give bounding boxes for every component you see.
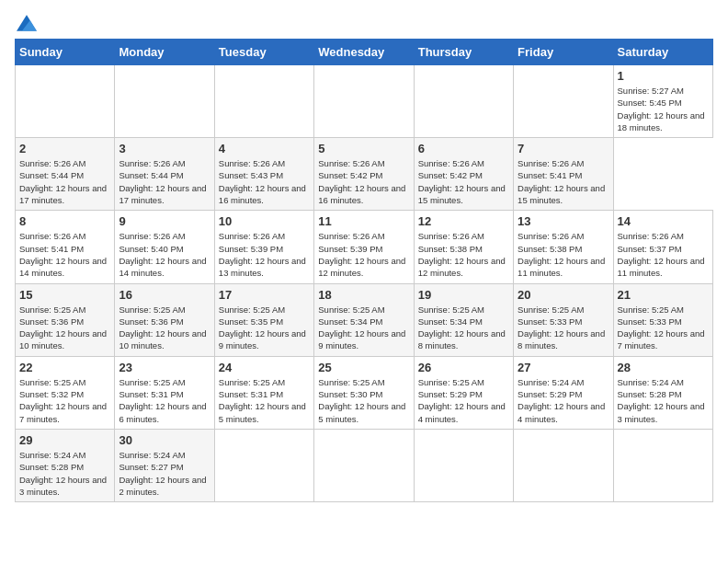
calendar-week-1: 1Sunrise: 5:27 AMSunset: 5:45 PMDaylight… <box>16 65 713 138</box>
day-7: 7Sunrise: 5:26 AMSunset: 5:41 PMDaylight… <box>514 138 613 211</box>
day-17: 17Sunrise: 5:25 AMSunset: 5:35 PMDayligh… <box>214 283 313 356</box>
day-info: Sunrise: 5:25 AMSunset: 5:34 PMDaylight:… <box>318 304 409 352</box>
day-22: 22Sunrise: 5:25 AMSunset: 5:32 PMDayligh… <box>16 356 115 429</box>
empty-cell <box>314 429 414 501</box>
empty-cell <box>314 65 414 138</box>
col-header-wednesday: Wednesday <box>314 40 414 65</box>
day-info: Sunrise: 5:26 AMSunset: 5:43 PMDaylight:… <box>219 157 310 206</box>
day-number: 23 <box>119 361 210 374</box>
day-info: Sunrise: 5:26 AMSunset: 5:41 PMDaylight:… <box>19 230 110 279</box>
empty-cell <box>115 65 214 138</box>
empty-cell <box>214 65 313 138</box>
day-4: 4Sunrise: 5:26 AMSunset: 5:43 PMDaylight… <box>214 138 313 211</box>
day-21: 21Sunrise: 5:25 AMSunset: 5:33 PMDayligh… <box>613 283 712 356</box>
empty-cell <box>514 429 613 501</box>
day-26: 26Sunrise: 5:25 AMSunset: 5:29 PMDayligh… <box>414 356 513 429</box>
day-info: Sunrise: 5:26 AMSunset: 5:44 PMDaylight:… <box>119 157 210 206</box>
day-5: 5Sunrise: 5:26 AMSunset: 5:42 PMDaylight… <box>314 138 414 211</box>
day-info: Sunrise: 5:26 AMSunset: 5:40 PMDaylight:… <box>119 230 210 279</box>
day-info: Sunrise: 5:26 AMSunset: 5:39 PMDaylight:… <box>318 230 409 279</box>
day-28: 28Sunrise: 5:24 AMSunset: 5:28 PMDayligh… <box>613 356 712 429</box>
day-number: 20 <box>518 288 609 302</box>
day-30: 30Sunrise: 5:24 AMSunset: 5:27 PMDayligh… <box>115 429 214 501</box>
day-20: 20Sunrise: 5:25 AMSunset: 5:33 PMDayligh… <box>514 283 613 356</box>
day-number: 4 <box>219 142 310 155</box>
day-number: 22 <box>19 361 110 374</box>
day-info: Sunrise: 5:27 AMSunset: 5:45 PMDaylight:… <box>618 85 709 133</box>
day-info: Sunrise: 5:26 AMSunset: 5:42 PMDaylight:… <box>318 157 409 206</box>
empty-cell <box>414 65 513 138</box>
calendar-week-6: 29Sunrise: 5:24 AMSunset: 5:28 PMDayligh… <box>16 429 713 501</box>
day-number: 16 <box>119 288 210 302</box>
day-number: 1 <box>618 69 709 83</box>
day-info: Sunrise: 5:25 AMSunset: 5:33 PMDaylight:… <box>518 304 609 352</box>
day-info: Sunrise: 5:24 AMSunset: 5:27 PMDaylight:… <box>119 449 210 498</box>
day-info: Sunrise: 5:25 AMSunset: 5:30 PMDaylight:… <box>318 376 409 425</box>
logo-icon <box>17 15 37 31</box>
day-info: Sunrise: 5:25 AMSunset: 5:32 PMDaylight:… <box>19 376 110 425</box>
logo <box>15 15 40 31</box>
day-10: 10Sunrise: 5:26 AMSunset: 5:39 PMDayligh… <box>214 211 313 283</box>
empty-cell <box>214 429 313 501</box>
day-24: 24Sunrise: 5:25 AMSunset: 5:31 PMDayligh… <box>214 356 313 429</box>
day-info: Sunrise: 5:26 AMSunset: 5:38 PMDaylight:… <box>518 230 609 279</box>
day-number: 3 <box>119 142 210 155</box>
calendar-week-3: 8Sunrise: 5:26 AMSunset: 5:41 PMDaylight… <box>16 211 713 283</box>
day-13: 13Sunrise: 5:26 AMSunset: 5:38 PMDayligh… <box>514 211 613 283</box>
day-number: 14 <box>618 214 709 228</box>
day-19: 19Sunrise: 5:25 AMSunset: 5:34 PMDayligh… <box>414 283 513 356</box>
day-number: 25 <box>318 361 409 374</box>
day-25: 25Sunrise: 5:25 AMSunset: 5:30 PMDayligh… <box>314 356 414 429</box>
calendar-week-5: 22Sunrise: 5:25 AMSunset: 5:32 PMDayligh… <box>16 356 713 429</box>
day-number: 17 <box>219 288 310 302</box>
day-number: 26 <box>418 361 509 374</box>
day-number: 21 <box>618 288 709 302</box>
day-number: 11 <box>318 214 409 228</box>
day-number: 6 <box>418 142 509 155</box>
day-info: Sunrise: 5:25 AMSunset: 5:35 PMDaylight:… <box>219 304 310 352</box>
day-info: Sunrise: 5:25 AMSunset: 5:34 PMDaylight:… <box>418 304 509 352</box>
day-6: 6Sunrise: 5:26 AMSunset: 5:42 PMDaylight… <box>414 138 513 211</box>
day-info: Sunrise: 5:26 AMSunset: 5:38 PMDaylight:… <box>418 230 509 279</box>
day-18: 18Sunrise: 5:25 AMSunset: 5:34 PMDayligh… <box>314 283 414 356</box>
day-11: 11Sunrise: 5:26 AMSunset: 5:39 PMDayligh… <box>314 211 414 283</box>
day-8: 8Sunrise: 5:26 AMSunset: 5:41 PMDaylight… <box>16 211 115 283</box>
day-3: 3Sunrise: 5:26 AMSunset: 5:44 PMDaylight… <box>115 138 214 211</box>
day-15: 15Sunrise: 5:25 AMSunset: 5:36 PMDayligh… <box>16 283 115 356</box>
day-info: Sunrise: 5:25 AMSunset: 5:36 PMDaylight:… <box>19 304 110 352</box>
day-14: 14Sunrise: 5:26 AMSunset: 5:37 PMDayligh… <box>613 211 712 283</box>
day-info: Sunrise: 5:25 AMSunset: 5:31 PMDaylight:… <box>219 376 310 425</box>
day-info: Sunrise: 5:26 AMSunset: 5:39 PMDaylight:… <box>219 230 310 279</box>
day-info: Sunrise: 5:26 AMSunset: 5:42 PMDaylight:… <box>418 157 509 206</box>
empty-cell <box>613 429 712 501</box>
day-number: 8 <box>19 214 110 228</box>
empty-cell <box>16 65 115 138</box>
calendar-week-2: 2Sunrise: 5:26 AMSunset: 5:44 PMDaylight… <box>16 138 713 211</box>
day-info: Sunrise: 5:26 AMSunset: 5:44 PMDaylight:… <box>19 157 110 206</box>
day-number: 7 <box>518 142 609 155</box>
col-header-saturday: Saturday <box>613 40 712 65</box>
day-info: Sunrise: 5:25 AMSunset: 5:36 PMDaylight:… <box>119 304 210 352</box>
day-number: 9 <box>119 214 210 228</box>
day-12: 12Sunrise: 5:26 AMSunset: 5:38 PMDayligh… <box>414 211 513 283</box>
day-number: 5 <box>318 142 409 155</box>
day-number: 29 <box>19 433 110 447</box>
day-info: Sunrise: 5:25 AMSunset: 5:33 PMDaylight:… <box>618 304 709 352</box>
col-header-tuesday: Tuesday <box>214 40 313 65</box>
col-header-monday: Monday <box>115 40 214 65</box>
day-number: 27 <box>518 361 609 374</box>
col-header-friday: Friday <box>514 40 613 65</box>
day-2: 2Sunrise: 5:26 AMSunset: 5:44 PMDaylight… <box>16 138 115 211</box>
day-number: 18 <box>318 288 409 302</box>
day-number: 24 <box>219 361 310 374</box>
day-number: 28 <box>618 361 709 374</box>
day-number: 12 <box>418 214 509 228</box>
calendar-table: SundayMondayTuesdayWednesdayThursdayFrid… <box>15 39 713 502</box>
day-1: 1Sunrise: 5:27 AMSunset: 5:45 PMDaylight… <box>613 65 712 138</box>
day-info: Sunrise: 5:26 AMSunset: 5:41 PMDaylight:… <box>518 157 609 206</box>
day-info: Sunrise: 5:24 AMSunset: 5:28 PMDaylight:… <box>618 376 709 425</box>
day-info: Sunrise: 5:26 AMSunset: 5:37 PMDaylight:… <box>618 230 709 279</box>
calendar-week-4: 15Sunrise: 5:25 AMSunset: 5:36 PMDayligh… <box>16 283 713 356</box>
day-number: 2 <box>19 142 110 155</box>
day-9: 9Sunrise: 5:26 AMSunset: 5:40 PMDaylight… <box>115 211 214 283</box>
